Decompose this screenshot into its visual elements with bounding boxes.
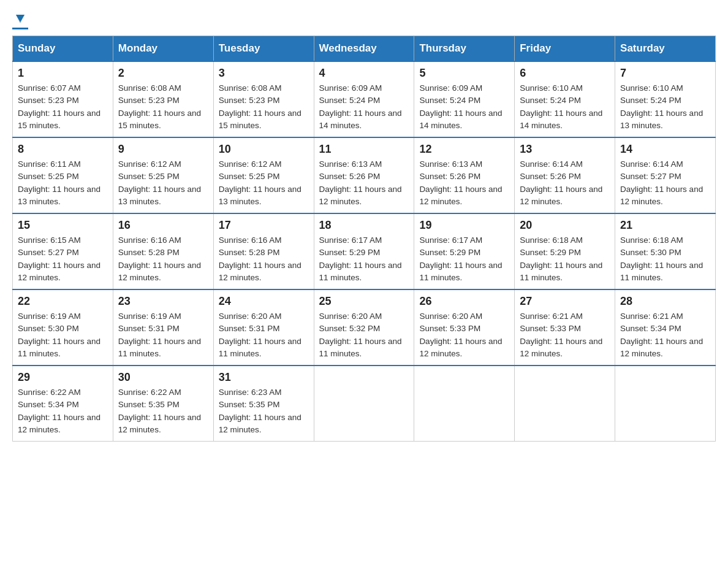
day-number: 20 (520, 219, 610, 232)
table-row: 30 Sunrise: 6:22 AM Sunset: 5:35 PM Dayl… (113, 366, 213, 442)
calendar-week-2: 8 Sunrise: 6:11 AM Sunset: 5:25 PM Dayli… (13, 137, 716, 213)
table-row: 23 Sunrise: 6:19 AM Sunset: 5:31 PM Dayl… (113, 289, 213, 366)
sunset-label: Sunset: 5:28 PM (219, 248, 280, 257)
sunset-label: Sunset: 5:23 PM (219, 96, 280, 105)
header-tuesday: Tuesday (213, 36, 314, 62)
sunrise-label: Sunrise: 6:18 AM (520, 236, 583, 245)
daylight-label: Daylight: 11 hours and 11 minutes. (520, 261, 602, 282)
header-friday: Friday (515, 36, 615, 62)
day-number: 3 (219, 67, 309, 80)
daylight-label: Daylight: 11 hours and 12 minutes. (419, 337, 502, 358)
sunrise-label: Sunrise: 6:10 AM (520, 83, 583, 93)
day-number: 12 (419, 143, 509, 156)
day-info: Sunrise: 6:19 AM Sunset: 5:31 PM Dayligh… (118, 310, 208, 360)
sunset-label: Sunset: 5:34 PM (620, 324, 681, 333)
daylight-label: Daylight: 11 hours and 11 minutes. (118, 337, 201, 358)
calendar-week-4: 22 Sunrise: 6:19 AM Sunset: 5:30 PM Dayl… (13, 289, 716, 366)
daylight-label: Daylight: 11 hours and 12 minutes. (18, 413, 100, 434)
sunrise-label: Sunrise: 6:07 AM (18, 83, 81, 93)
sunrise-label: Sunrise: 6:21 AM (520, 312, 583, 321)
sunset-label: Sunset: 5:29 PM (319, 248, 381, 257)
day-number: 27 (520, 295, 610, 308)
page-header (12, 12, 716, 29)
table-row: 6 Sunrise: 6:10 AM Sunset: 5:24 PM Dayli… (515, 61, 615, 137)
daylight-label: Daylight: 11 hours and 11 minutes. (319, 337, 402, 358)
logo-underline (12, 28, 28, 29)
day-number: 31 (219, 371, 309, 384)
calendar-week-3: 15 Sunrise: 6:15 AM Sunset: 5:27 PM Dayl… (13, 213, 716, 289)
daylight-label: Daylight: 11 hours and 13 minutes. (620, 109, 703, 130)
sunrise-label: Sunrise: 6:22 AM (18, 388, 81, 397)
day-info: Sunrise: 6:09 AM Sunset: 5:24 PM Dayligh… (419, 82, 509, 132)
sunset-label: Sunset: 5:24 PM (419, 96, 480, 105)
table-row: 19 Sunrise: 6:17 AM Sunset: 5:29 PM Dayl… (414, 213, 515, 289)
sunrise-label: Sunrise: 6:08 AM (219, 83, 282, 93)
day-info: Sunrise: 6:14 AM Sunset: 5:26 PM Dayligh… (520, 158, 610, 208)
day-number: 4 (319, 67, 409, 80)
header-saturday: Saturday (615, 36, 716, 62)
sunrise-label: Sunrise: 6:10 AM (620, 83, 683, 93)
table-row: 2 Sunrise: 6:08 AM Sunset: 5:23 PM Dayli… (113, 61, 213, 137)
sunrise-label: Sunrise: 6:09 AM (419, 83, 482, 93)
table-row: 26 Sunrise: 6:20 AM Sunset: 5:33 PM Dayl… (414, 289, 515, 366)
sunset-label: Sunset: 5:24 PM (319, 96, 381, 105)
sunset-label: Sunset: 5:28 PM (118, 248, 180, 257)
day-info: Sunrise: 6:14 AM Sunset: 5:27 PM Dayligh… (620, 158, 710, 208)
day-info: Sunrise: 6:08 AM Sunset: 5:23 PM Dayligh… (118, 82, 208, 132)
sunset-label: Sunset: 5:25 PM (219, 172, 280, 181)
day-number: 17 (219, 219, 309, 232)
day-number: 14 (620, 143, 710, 156)
daylight-label: Daylight: 11 hours and 11 minutes. (18, 337, 100, 358)
day-number: 25 (319, 295, 409, 308)
daylight-label: Daylight: 11 hours and 12 minutes. (18, 261, 100, 282)
sunset-label: Sunset: 5:31 PM (219, 324, 280, 333)
sunset-label: Sunset: 5:30 PM (620, 248, 681, 257)
header-thursday: Thursday (414, 36, 515, 62)
table-row: 13 Sunrise: 6:14 AM Sunset: 5:26 PM Dayl… (515, 137, 615, 213)
sunset-label: Sunset: 5:33 PM (520, 324, 581, 333)
day-info: Sunrise: 6:18 AM Sunset: 5:30 PM Dayligh… (620, 234, 710, 284)
day-number: 13 (520, 143, 610, 156)
sunrise-label: Sunrise: 6:15 AM (18, 236, 81, 245)
header-wednesday: Wednesday (314, 36, 414, 62)
table-row (515, 366, 615, 442)
day-number: 10 (219, 143, 309, 156)
sunset-label: Sunset: 5:23 PM (118, 96, 180, 105)
daylight-label: Daylight: 11 hours and 11 minutes. (419, 261, 502, 282)
sunset-label: Sunset: 5:26 PM (319, 172, 381, 181)
day-number: 7 (620, 67, 710, 80)
day-number: 22 (18, 295, 108, 308)
sunrise-label: Sunrise: 6:23 AM (219, 388, 282, 397)
day-info: Sunrise: 6:10 AM Sunset: 5:24 PM Dayligh… (520, 82, 610, 132)
calendar-table: SundayMondayTuesdayWednesdayThursdayFrid… (12, 36, 716, 442)
table-row (314, 366, 414, 442)
sunrise-label: Sunrise: 6:16 AM (219, 236, 282, 245)
day-number: 21 (620, 219, 710, 232)
day-number: 11 (319, 143, 409, 156)
daylight-label: Daylight: 11 hours and 11 minutes. (620, 261, 703, 282)
sunset-label: Sunset: 5:25 PM (118, 172, 180, 181)
daylight-label: Daylight: 11 hours and 12 minutes. (620, 185, 703, 206)
daylight-label: Daylight: 11 hours and 12 minutes. (118, 413, 201, 434)
calendar-week-5: 29 Sunrise: 6:22 AM Sunset: 5:34 PM Dayl… (13, 366, 716, 442)
sunset-label: Sunset: 5:26 PM (520, 172, 581, 181)
sunset-label: Sunset: 5:35 PM (118, 400, 180, 409)
daylight-label: Daylight: 11 hours and 14 minutes. (520, 109, 602, 130)
table-row: 12 Sunrise: 6:13 AM Sunset: 5:26 PM Dayl… (414, 137, 515, 213)
day-info: Sunrise: 6:13 AM Sunset: 5:26 PM Dayligh… (319, 158, 409, 208)
daylight-label: Daylight: 11 hours and 12 minutes. (219, 413, 301, 434)
table-row (615, 366, 716, 442)
daylight-label: Daylight: 11 hours and 13 minutes. (219, 185, 301, 206)
sunset-label: Sunset: 5:24 PM (620, 96, 681, 105)
table-row: 18 Sunrise: 6:17 AM Sunset: 5:29 PM Dayl… (314, 213, 414, 289)
sunrise-label: Sunrise: 6:20 AM (219, 312, 282, 321)
day-info: Sunrise: 6:20 AM Sunset: 5:32 PM Dayligh… (319, 310, 409, 360)
table-row: 14 Sunrise: 6:14 AM Sunset: 5:27 PM Dayl… (615, 137, 716, 213)
day-info: Sunrise: 6:12 AM Sunset: 5:25 PM Dayligh… (219, 158, 309, 208)
daylight-label: Daylight: 11 hours and 12 minutes. (319, 185, 402, 206)
sunrise-label: Sunrise: 6:18 AM (620, 236, 683, 245)
sunset-label: Sunset: 5:23 PM (18, 96, 79, 105)
day-info: Sunrise: 6:22 AM Sunset: 5:35 PM Dayligh… (118, 386, 208, 436)
day-info: Sunrise: 6:16 AM Sunset: 5:28 PM Dayligh… (219, 234, 309, 284)
day-number: 28 (620, 295, 710, 308)
